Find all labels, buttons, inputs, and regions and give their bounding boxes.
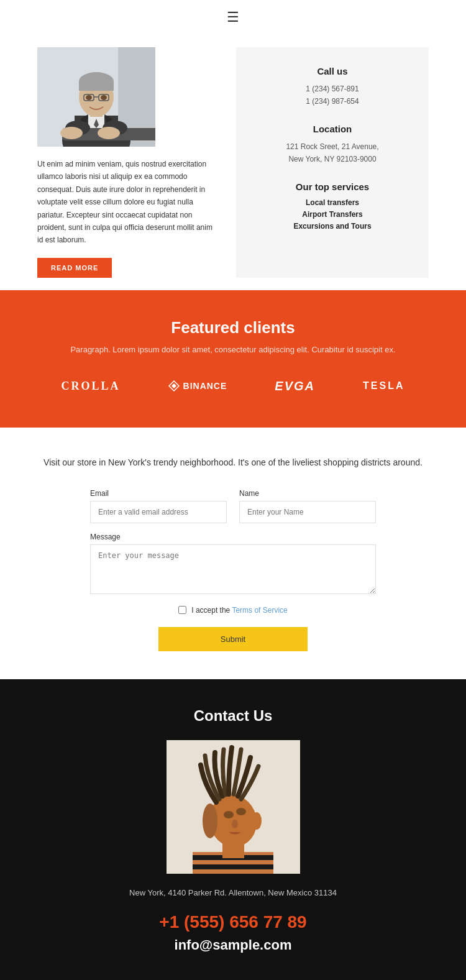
featured-title: Featured clients (37, 318, 429, 337)
address-line1: 121 Rock Sreet, 21 Avenue, (255, 140, 410, 153)
contact-address: New York, 4140 Parker Rd. Allentown, New… (37, 886, 429, 900)
svg-point-17 (101, 95, 107, 100)
terms-label: I accept the Terms of Service (191, 606, 288, 615)
contact-title: Contact Us (37, 707, 429, 725)
clients-logos: CROLLA BINANCE EVGA TESLA (37, 379, 429, 393)
message-textarea[interactable] (90, 544, 376, 594)
portrait-image (37, 47, 155, 147)
name-group: Name (239, 489, 376, 523)
main-section: Ut enim ad minim veniam, quis nostrud ex… (0, 35, 466, 290)
name-label: Name (239, 489, 376, 498)
client-binance: BINANCE (168, 380, 227, 392)
email-label: Email (90, 489, 227, 498)
service-item-1: Local transfers (255, 198, 410, 207)
email-input[interactable] (90, 501, 227, 523)
contact-image (167, 740, 300, 874)
form-row-email-name: Email Name (90, 489, 376, 523)
services-block: Our top services Local transfers Airport… (255, 181, 410, 231)
svg-point-35 (236, 808, 246, 815)
service-item-3: Excursions and Tours (255, 222, 410, 231)
left-column: Ut enim ad minim veniam, quis nostrud ex… (37, 47, 217, 278)
form-tagline: Visit our store in New York's trendy nei… (37, 456, 429, 470)
svg-rect-30 (193, 864, 273, 869)
svg-rect-12 (79, 81, 114, 91)
client-crolla: CROLLA (62, 380, 121, 393)
message-row: Message (90, 533, 376, 597)
service-item-2: Airport Transfers (255, 210, 410, 219)
email-group: Email (90, 489, 227, 523)
call-us-block: Call us 1 (234) 567-891 1 (234) 987-654 (255, 66, 410, 108)
services-title: Our top services (255, 181, 410, 192)
client-evga: EVGA (275, 379, 315, 393)
svg-point-36 (232, 820, 238, 828)
header: ☰ (0, 0, 466, 35)
svg-point-38 (252, 812, 262, 830)
svg-point-22 (98, 127, 120, 139)
featured-clients-section: Featured clients Paragraph. Lorem ipsum … (0, 290, 466, 428)
svg-point-34 (224, 811, 234, 818)
terms-row: I accept the Terms of Service (90, 606, 376, 615)
svg-point-16 (86, 95, 92, 100)
phone2: 1 (234) 987-654 (255, 95, 410, 108)
svg-point-37 (203, 804, 217, 838)
terms-checkbox[interactable] (178, 606, 186, 614)
body-text: Ut enim ad minim veniam, quis nostrud ex… (37, 158, 217, 247)
address-line2: New York, NY 92103-9000 (255, 153, 410, 165)
contact-form: Email Name Message I accept the Terms of… (90, 489, 376, 651)
featured-subtitle: Paragraph. Lorem ipsum dolor sit amet, c… (37, 345, 429, 354)
submit-button[interactable]: Submit (158, 627, 308, 651)
contact-phone: +1 (555) 656 77 89 (37, 912, 429, 932)
svg-marker-24 (171, 383, 176, 388)
services-list: Local transfers Airport Transfers Excurs… (255, 198, 410, 231)
form-section: Visit our store in New York's trendy nei… (0, 428, 466, 679)
right-column: Call us 1 (234) 567-891 1 (234) 987-654 … (236, 47, 429, 278)
call-us-title: Call us (255, 66, 410, 76)
contact-footer: Contact Us (0, 679, 466, 980)
read-more-button[interactable]: READ MORE (37, 258, 112, 278)
client-tesla: TESLA (363, 380, 404, 392)
location-block: Location 121 Rock Sreet, 21 Avenue, New … (255, 124, 410, 166)
contact-email: info@sample.com (37, 937, 429, 953)
hamburger-icon[interactable]: ☰ (227, 9, 239, 25)
location-title: Location (255, 124, 410, 134)
svg-point-21 (60, 127, 83, 139)
message-label: Message (90, 533, 376, 541)
message-group: Message (90, 533, 376, 597)
phone1: 1 (234) 567-891 (255, 83, 410, 95)
terms-link[interactable]: Terms of Service (232, 606, 287, 615)
name-input[interactable] (239, 501, 376, 523)
